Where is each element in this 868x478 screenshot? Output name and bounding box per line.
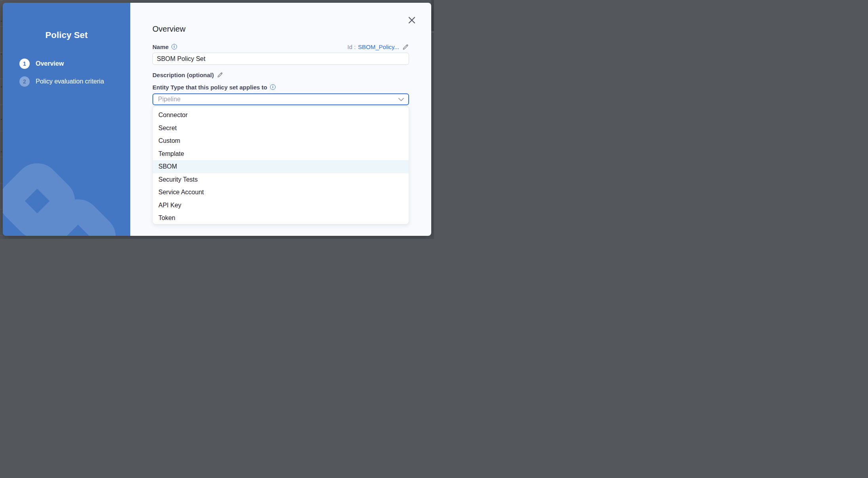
dropdown-item-sbom[interactable]: SBOM bbox=[153, 160, 409, 173]
background-page-left-edge bbox=[0, 0, 3, 239]
step-1-circle: 1 bbox=[19, 59, 30, 69]
dropdown-item-secret[interactable]: Secret bbox=[153, 122, 409, 135]
edit-description-pencil-icon[interactable] bbox=[217, 72, 223, 78]
description-label: Description (optional) bbox=[152, 72, 214, 78]
step-overview[interactable]: 1 Overview bbox=[19, 59, 130, 69]
dropdown-item-feature-flag-clipped[interactable]: Feature Flag bbox=[153, 106, 409, 109]
step-policy-evaluation-criteria[interactable]: 2 Policy evaluation criteria bbox=[19, 76, 130, 87]
wizard-sidebar: Policy Set 1 Overview 2 Policy evaluatio… bbox=[3, 3, 130, 236]
wizard-steps: 1 Overview 2 Policy evaluation criteria bbox=[19, 59, 130, 87]
name-label: Name i bbox=[152, 44, 177, 50]
info-icon[interactable]: i bbox=[270, 84, 276, 90]
overview-step-content: Overview Name i Id : SBOM_Policy... bbox=[130, 3, 431, 236]
close-icon[interactable] bbox=[407, 15, 417, 25]
id-value-link[interactable]: SBOM_Policy... bbox=[358, 44, 399, 50]
step-2-label: Policy evaluation criteria bbox=[36, 78, 104, 85]
entity-type-select[interactable]: Pipeline bbox=[152, 93, 409, 105]
step-2-circle: 2 bbox=[19, 76, 30, 87]
policy-set-modal: Policy Set 1 Overview 2 Policy evaluatio… bbox=[3, 3, 431, 236]
dropdown-item-token[interactable]: Token bbox=[153, 212, 409, 224]
edit-id-pencil-icon[interactable] bbox=[402, 44, 409, 50]
background-page-right-edge bbox=[431, 0, 434, 239]
screen: Policy Set 1 Overview 2 Policy evaluatio… bbox=[0, 0, 434, 239]
entity-type-placeholder: Pipeline bbox=[158, 96, 181, 103]
dropdown-item-api-key[interactable]: API Key bbox=[153, 199, 409, 212]
info-icon[interactable]: i bbox=[171, 44, 177, 49]
dropdown-item-service-account[interactable]: Service Account bbox=[153, 186, 409, 199]
wizard-title: Policy Set bbox=[3, 30, 130, 40]
dropdown-item-connector[interactable]: Connector bbox=[153, 109, 409, 122]
page-title: Overview bbox=[152, 24, 409, 34]
step-1-label: Overview bbox=[36, 60, 64, 67]
dropdown-item-security-tests[interactable]: Security Tests bbox=[153, 173, 409, 186]
entity-type-dropdown: Feature Flag ConnectorSecretCustomTempla… bbox=[152, 106, 409, 224]
name-input[interactable] bbox=[152, 53, 409, 65]
chevron-down-icon bbox=[398, 98, 404, 101]
id-prefix: Id : bbox=[347, 44, 356, 50]
dropdown-item-template[interactable]: Template bbox=[153, 148, 409, 161]
entity-type-label: Entity Type that this policy set applies… bbox=[152, 84, 276, 91]
dropdown-item-custom[interactable]: Custom bbox=[153, 135, 409, 148]
